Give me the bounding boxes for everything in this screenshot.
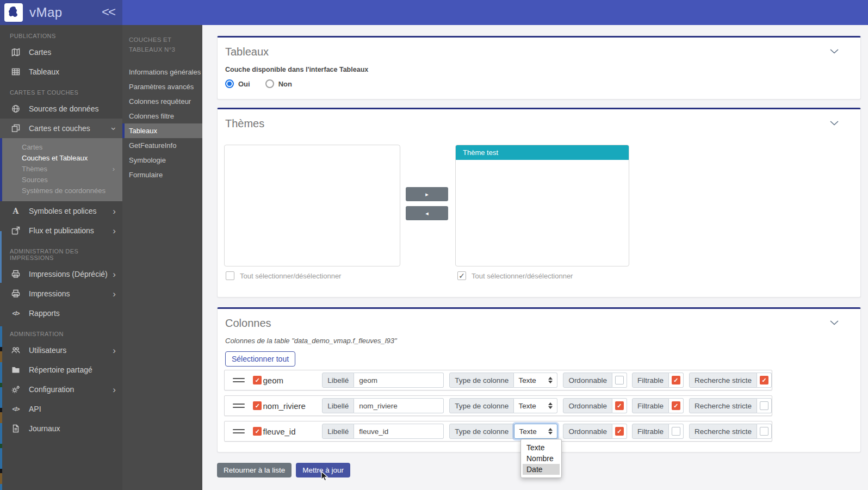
sidebar-item-api[interactable]: </> API: [0, 399, 122, 419]
type-select[interactable]: Texte: [514, 398, 557, 413]
collapse-chevron-icon[interactable]: [830, 318, 839, 327]
libelle-group: Libellé: [322, 424, 444, 439]
column-name: geom: [263, 376, 283, 385]
column-enabled-checkbox[interactable]: ✓: [253, 376, 262, 384]
collapse-chevron-icon[interactable]: [830, 46, 839, 56]
move-right-button[interactable]: ▸: [406, 187, 448, 201]
submenu-item-sources[interactable]: Sources: [2, 175, 122, 185]
recherche-stricte-checkbox[interactable]: [760, 427, 768, 436]
subnav-item-symbologie[interactable]: Symbologie: [122, 153, 202, 168]
sidebar-item-repertoire-partage[interactable]: Répertoire partagé: [0, 360, 122, 380]
drag-handle-icon[interactable]: [225, 429, 253, 433]
filtrable-group: Filtrable: [632, 424, 684, 439]
dropdown-option-date[interactable]: Date: [523, 464, 560, 475]
sidebar-section-admin-impressions: ADMINISTRATION DES IMPRESSIONS: [0, 240, 122, 264]
code-icon: </>: [10, 406, 22, 412]
filtrable-checkbox[interactable]: ✓: [672, 376, 680, 384]
submenu-item-systemes-coordonnees[interactable]: Systèmes de coordonnées: [2, 185, 122, 196]
submenu-item-cartes[interactable]: Cartes: [2, 142, 122, 153]
sidebar-item-journaux[interactable]: Journaux: [0, 419, 122, 438]
sidebar-collapse-icon[interactable]: <<: [102, 4, 115, 20]
globe-icon: [10, 104, 22, 113]
chevron-right-icon: ›: [113, 385, 116, 394]
tableaux-card: Tableaux Couche disponible dans l'interf…: [217, 36, 861, 100]
column-row-nom-riviere: ✓ nom_riviere Libellé Type de colonne Te…: [224, 395, 772, 416]
select-all-left-checkbox[interactable]: [226, 271, 234, 280]
sidebar-item-impressions[interactable]: Impressions ›: [0, 284, 122, 303]
dropdown-option-nombre[interactable]: Nombre: [521, 453, 561, 464]
form-actions: Retourner à la liste Mettre à jour: [217, 463, 350, 477]
layer-subnav: COUCHES ET TABLEAUX N°3 Informations gén…: [122, 25, 202, 490]
map-icon: [10, 48, 22, 57]
chevron-right-icon: ›: [113, 289, 116, 299]
type-group: Type de colonne Texte: [449, 424, 557, 439]
ordonnable-group: Ordonnable ✓: [563, 424, 627, 439]
themes-card: Thèmes ▸ ◂ Thème test Tout sélectionner/…: [217, 108, 861, 297]
available-themes-listbox[interactable]: [224, 145, 400, 266]
filtrable-group: Filtrable ✓: [632, 398, 684, 413]
column-enabled-checkbox[interactable]: ✓: [253, 401, 262, 410]
select-all-columns-button[interactable]: Sélectionner tout: [225, 351, 295, 367]
layers-map-icon: [10, 124, 22, 133]
update-button[interactable]: Mettre à jour: [296, 463, 350, 477]
back-to-list-button[interactable]: Retourner à la liste: [217, 463, 292, 477]
submenu-item-couches-et-tableaux[interactable]: Couches et Tableaux: [2, 153, 122, 164]
subnav-item-colonnes-requeteur[interactable]: Colonnes requêteur: [122, 94, 202, 109]
ordonnable-checkbox[interactable]: [615, 376, 624, 384]
recherche-stricte-checkbox[interactable]: ✓: [760, 376, 768, 384]
background-map-strip: [0, 231, 2, 283]
subnav-item-getfeatureinfo[interactable]: GetFeatureInfo: [122, 138, 202, 153]
drag-handle-icon[interactable]: [225, 404, 253, 408]
recherche-stricte-checkbox[interactable]: [760, 401, 768, 410]
select-arrows-icon: [548, 377, 553, 383]
sidebar-item-flux-publications[interactable]: Flux et publications ›: [0, 221, 122, 240]
type-select[interactable]: Texte: [514, 373, 557, 388]
sidebar-item-symboles-polices[interactable]: A Symboles et polices ›: [0, 201, 122, 221]
column-row-fleuve-id: ✓ fleuve_id Libellé Type de colonne Text…: [224, 421, 772, 442]
ordonnable-checkbox[interactable]: ✓: [615, 427, 624, 436]
subnav-item-informations-generales[interactable]: Informations générales: [122, 65, 202, 79]
column-enabled-checkbox[interactable]: ✓: [253, 427, 262, 436]
radio-oui[interactable]: Oui: [225, 79, 250, 88]
filtrable-checkbox[interactable]: ✓: [672, 401, 680, 410]
code-icon: </>: [10, 310, 22, 317]
sidebar-item-sources-donnees[interactable]: Sources de données: [0, 99, 122, 119]
radio-non[interactable]: Non: [265, 79, 292, 88]
chevron-right-icon: ›: [113, 226, 116, 235]
subnav-item-tableaux[interactable]: Tableaux: [122, 123, 202, 138]
filtrable-checkbox[interactable]: [672, 427, 680, 436]
libelle-input[interactable]: [354, 398, 444, 413]
radio-selected-icon: [225, 79, 234, 88]
drag-handle-icon[interactable]: [225, 378, 253, 382]
subnav-item-colonnes-filtre[interactable]: Colonnes filtre: [122, 109, 202, 123]
move-left-button[interactable]: ◂: [406, 206, 448, 220]
submenu-item-themes[interactable]: Thèmes ›: [2, 164, 122, 175]
libelle-input[interactable]: [354, 373, 444, 388]
column-name: nom_riviere: [263, 401, 305, 411]
libelle-input[interactable]: [354, 424, 444, 439]
sidebar-item-tableaux[interactable]: Tableaux: [0, 62, 122, 82]
table-grid-icon: [10, 67, 22, 76]
themes-card-title: Thèmes: [225, 117, 853, 130]
ordonnable-checkbox[interactable]: ✓: [615, 401, 624, 410]
sidebar-item-rapports[interactable]: </> Rapports: [0, 303, 122, 323]
collapse-chevron-icon[interactable]: [830, 118, 839, 128]
sidebar-item-cartes-et-couches[interactable]: Cartes et couches ›: [0, 119, 122, 138]
sidebar-item-utilisateurs[interactable]: Utilisateurs ›: [0, 340, 122, 360]
selected-themes-listbox[interactable]: Thème test: [455, 145, 629, 266]
primary-sidebar: PUBLICATIONS Cartes Tableaux CARTES ET C…: [0, 25, 122, 490]
dropdown-option-texte[interactable]: Texte: [521, 442, 561, 453]
sidebar-item-impressions-deprecie[interactable]: Impressions (Déprécié) ›: [0, 264, 122, 284]
select-all-left-label: Tout sélectionner/désélectionner: [240, 272, 341, 280]
libelle-group: Libellé: [322, 373, 444, 388]
theme-item-selected[interactable]: Thème test: [456, 145, 629, 160]
type-select-open[interactable]: Texte: [514, 424, 557, 439]
subnav-item-formulaire[interactable]: Formulaire: [122, 168, 202, 182]
select-all-right-checkbox[interactable]: ✓: [457, 271, 466, 280]
app-title: vMap: [29, 5, 63, 20]
sidebar-item-configuration[interactable]: Configuration ›: [0, 380, 122, 399]
sidebar-item-cartes[interactable]: Cartes: [0, 42, 122, 62]
colonnes-card-title: Colonnes: [225, 317, 853, 330]
subnav-item-parametres-avances[interactable]: Paramètres avancés: [122, 79, 202, 94]
type-group: Type de colonne Texte: [449, 398, 557, 413]
